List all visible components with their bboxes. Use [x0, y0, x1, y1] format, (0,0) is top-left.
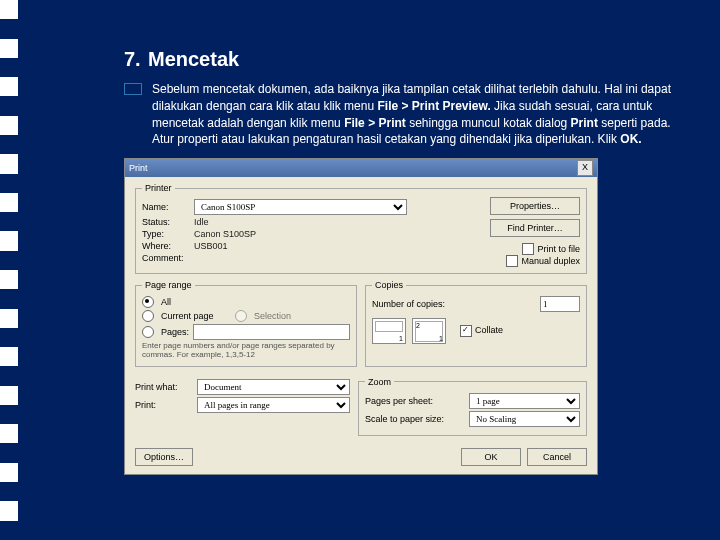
copies-input[interactable]: [540, 296, 580, 312]
ok-button[interactable]: OK: [461, 448, 521, 466]
close-icon[interactable]: X: [577, 160, 593, 176]
radio-all[interactable]: [142, 296, 154, 308]
paragraph: Sebelum mencetak dokumen, ada baiknya ji…: [152, 81, 684, 148]
dialog-titlebar: Print X: [125, 159, 597, 177]
radio-pages[interactable]: [142, 326, 154, 338]
slide-content: 7.Mencetak Sebelum mencetak dokumen, ada…: [124, 48, 684, 475]
bullet-icon: [124, 83, 142, 95]
cancel-button[interactable]: Cancel: [527, 448, 587, 466]
page-range-group: Page range All Current page Selection Pa…: [135, 280, 357, 367]
printer-name-select[interactable]: Canon S100SP: [194, 199, 407, 215]
radio-current[interactable]: [142, 310, 154, 322]
collate-icon: [372, 318, 406, 344]
print-select[interactable]: All pages in range: [197, 397, 350, 413]
options-button[interactable]: Options…: [135, 448, 193, 466]
pages-per-sheet-select[interactable]: 1 page: [469, 393, 580, 409]
collate-check[interactable]: Collate: [460, 325, 503, 337]
range-hint: Enter page numbers and/or page ranges se…: [142, 342, 350, 360]
print-what-select[interactable]: Document: [197, 379, 350, 395]
slide-heading: 7.Mencetak: [124, 48, 684, 71]
radio-selection[interactable]: [235, 310, 247, 322]
printer-group: Printer Name: Canon S100SP Status:Idle T…: [135, 183, 587, 274]
scale-select[interactable]: No Scaling: [469, 411, 580, 427]
collate-icon: [412, 318, 446, 344]
slide-body: Sebelum mencetak dokumen, ada baiknya ji…: [124, 81, 684, 148]
zoom-group: Zoom Pages per sheet: 1 page Scale to pa…: [358, 377, 587, 436]
manual-duplex[interactable]: Manual duplex: [506, 256, 580, 266]
properties-button[interactable]: Properties…: [490, 197, 580, 215]
print-to-file[interactable]: Print to file: [522, 244, 580, 254]
pages-input[interactable]: [193, 324, 350, 340]
dialog-title: Print: [129, 163, 148, 173]
find-printer-button[interactable]: Find Printer…: [490, 219, 580, 237]
copies-group: Copies Number of copies: Collate: [365, 280, 587, 367]
print-dialog: Print X Printer Name: Canon S100SP Statu…: [124, 158, 598, 475]
